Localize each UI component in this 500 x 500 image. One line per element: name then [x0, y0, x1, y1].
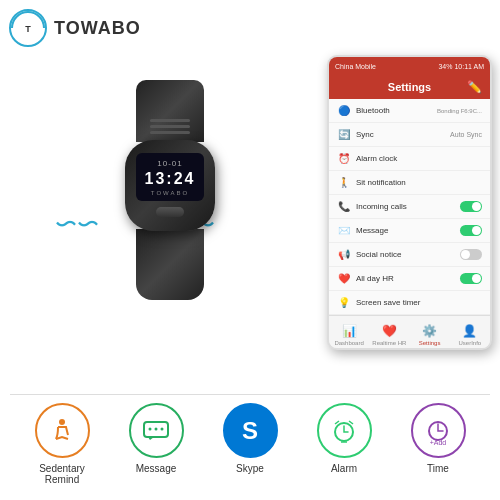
nav-userinfo[interactable]: 👤 UserInfo [450, 316, 490, 350]
bluetooth-icon: 🔵 [337, 104, 351, 118]
time-clock-icon: +Add [424, 417, 452, 445]
sit-label: Sit notification [356, 178, 482, 187]
message-icon-wrap [129, 403, 184, 458]
features-row: Sedentary Remind Message S Skype [0, 403, 500, 485]
settings-list: 🔵 Bluetooth Bonding F6:9C... 🔄 Sync Auto… [329, 99, 490, 315]
settings-item-social[interactable]: 📢 Social notice [329, 243, 490, 267]
user-icon: 👤 [462, 324, 477, 338]
header: T TOWABO [8, 8, 141, 48]
settings-item-bluetooth[interactable]: 🔵 Bluetooth Bonding F6:9C... [329, 99, 490, 123]
skype-icon-wrap: S [223, 403, 278, 458]
watch-date: 10-01 [157, 159, 182, 168]
message-settings-label: Message [356, 226, 460, 235]
alarm-icon-wrap [317, 403, 372, 458]
time-icon-wrap: +Add [411, 403, 466, 458]
social-icon: 📢 [337, 248, 351, 262]
svg-point-6 [161, 427, 164, 430]
svg-point-5 [155, 427, 158, 430]
skype-label: Skype [236, 463, 264, 474]
settings-nav-icon: ⚙️ [422, 324, 437, 338]
screen-label: Screen save timer [356, 298, 482, 307]
settings-item-sit[interactable]: 🚶 Sit notification [329, 171, 490, 195]
feature-message: Message [119, 403, 194, 474]
app-title-bar: Settings ✏️ [329, 75, 490, 99]
hr-icon: ❤️ [337, 272, 351, 286]
status-bar: China Mobile 34% 10:11 AM [329, 57, 490, 75]
feature-skype: S Skype [213, 403, 288, 474]
hr-label: All day HR [356, 274, 460, 283]
alarm-icon: ⏰ [337, 152, 351, 166]
section-divider [10, 394, 490, 395]
watch-home-button [156, 207, 184, 217]
calls-icon: 📞 [337, 200, 351, 214]
bluetooth-value: Bonding F6:9C... [437, 108, 482, 114]
app-title: Settings [388, 81, 431, 93]
phone-screenshot: China Mobile 34% 10:11 AM Settings ✏️ 🔵 … [327, 55, 492, 350]
calls-label: Incoming calls [356, 202, 460, 211]
nav-realtime[interactable]: ❤️ Realtime HR [369, 316, 409, 350]
time-text: 10:11 AM [454, 63, 484, 70]
carrier-text: China Mobile [335, 63, 376, 70]
nav-dashboard[interactable]: 📊 Dashboard [329, 316, 369, 350]
bottom-nav: 📊 Dashboard ❤️ Realtime HR ⚙️ Settings 👤… [329, 315, 490, 350]
nav-realtime-label: Realtime HR [372, 340, 406, 346]
nav-userinfo-label: UserInfo [459, 340, 482, 346]
feature-time: +Add Time [401, 403, 476, 474]
settings-item-screen[interactable]: 💡 Screen save timer [329, 291, 490, 315]
wave-left-icon: 〜〜 [55, 210, 99, 240]
watch-screen: 10-01 13:24 TOWABO [136, 153, 204, 201]
social-toggle[interactable] [460, 249, 482, 260]
svg-text:T: T [25, 24, 31, 34]
watch-band-top [136, 80, 204, 142]
realtime-icon: ❤️ [382, 324, 397, 338]
message-settings-icon: ✉️ [337, 224, 351, 238]
sedentary-person-icon [48, 417, 76, 445]
svg-text:+Add: +Add [430, 439, 447, 445]
settings-icon[interactable]: ✏️ [467, 80, 482, 94]
screen-icon: 💡 [337, 296, 351, 310]
sync-value: Auto Sync [450, 131, 482, 138]
sync-icon: 🔄 [337, 128, 351, 142]
logo-icon: T [8, 8, 48, 48]
nav-dashboard-label: Dashboard [334, 340, 363, 346]
feature-alarm: Alarm [307, 403, 382, 474]
message-feature-label: Message [136, 463, 177, 474]
watch-brand-label: TOWABO [151, 190, 189, 196]
settings-item-sync[interactable]: 🔄 Sync Auto Sync [329, 123, 490, 147]
status-carrier: China Mobile [335, 63, 376, 70]
sedentary-label: Sedentary Remind [25, 463, 100, 485]
watch-time: 13:24 [145, 170, 196, 188]
nav-settings[interactable]: ⚙️ Settings [410, 316, 450, 350]
settings-item-calls[interactable]: 📞 Incoming calls [329, 195, 490, 219]
nav-settings-label: Settings [419, 340, 441, 346]
settings-item-alarm[interactable]: ⏰ Alarm clock [329, 147, 490, 171]
battery-text: 34% [438, 63, 452, 70]
feature-sedentary: Sedentary Remind [25, 403, 100, 485]
sedentary-icon-wrap [35, 403, 90, 458]
smartwatch-body: 10-01 13:24 TOWABO [110, 80, 230, 300]
bluetooth-label: Bluetooth [356, 106, 437, 115]
brand-name: TOWABO [54, 18, 141, 39]
message-toggle[interactable] [460, 225, 482, 236]
sit-icon: 🚶 [337, 176, 351, 190]
watch-display: 〜〜 10-01 13:24 TOWABO 〜〜 [20, 55, 320, 325]
watch-case: 10-01 13:24 TOWABO [125, 140, 215, 231]
alarm-feature-label: Alarm [331, 463, 357, 474]
social-label: Social notice [356, 250, 460, 259]
status-right: 34% 10:11 AM [438, 63, 484, 70]
settings-item-message[interactable]: ✉️ Message [329, 219, 490, 243]
svg-point-4 [149, 427, 152, 430]
alarm-clock-icon [330, 417, 358, 445]
calls-toggle[interactable] [460, 201, 482, 212]
dashboard-icon: 📊 [342, 324, 357, 338]
message-bubble-icon [142, 420, 170, 442]
svg-point-2 [59, 419, 65, 425]
sync-label: Sync [356, 130, 450, 139]
alarm-label: Alarm clock [356, 154, 482, 163]
time-label: Time [427, 463, 449, 474]
settings-item-hr[interactable]: ❤️ All day HR [329, 267, 490, 291]
hr-toggle[interactable] [460, 273, 482, 284]
